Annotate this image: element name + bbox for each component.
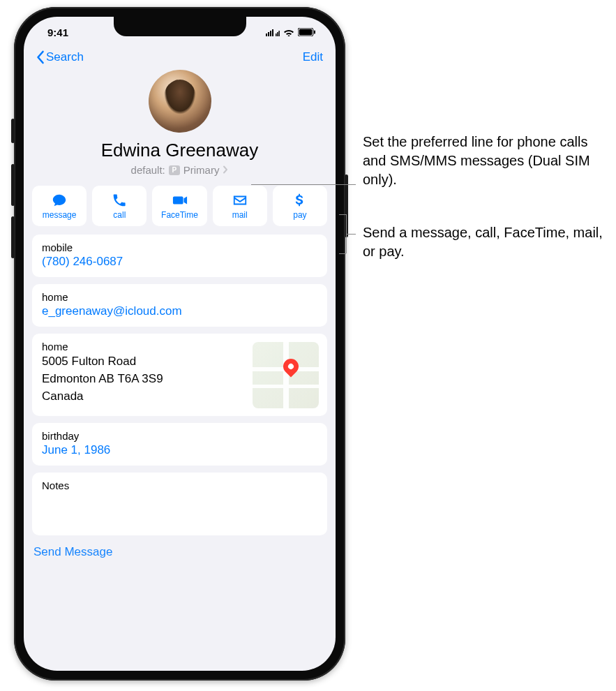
birthday-card[interactable]: birthday June 1, 1986 [32,423,327,466]
action-label: mail [232,210,248,220]
annotation-bracket [339,214,346,215]
annotation-sim: Set the preferred line for phone calls a… [363,133,607,189]
send-message-link[interactable]: Send Message [24,535,336,559]
svg-rect-9 [314,30,315,34]
back-label: Search [46,50,84,64]
message-icon [52,193,67,208]
map-pin-icon [280,355,301,377]
action-label: pay [293,210,306,220]
sim-name: Primary [183,164,220,176]
map-thumbnail[interactable] [253,342,319,408]
notes-card[interactable]: Notes [32,473,327,535]
annotation-actions: Send a message, call, FaceTime, mail, or… [363,223,607,261]
phone-frame: 9:41 Search Edit Edwina [14,7,345,681]
annotation-line [346,234,356,235]
annotation-line [251,184,356,185]
sim-badge-icon: P [169,165,180,175]
video-icon [172,193,188,208]
svg-rect-2 [270,31,271,36]
battery-icon [298,27,316,38]
notes-label: Notes [42,480,317,491]
email-label: home [42,291,317,303]
action-label: call [113,210,126,220]
silent-switch [11,119,15,143]
phone-label: mobile [42,242,317,253]
screen: 9:41 Search Edit Edwina [24,17,336,671]
annotation-bracket [339,253,346,254]
birthday-value: June 1, 1986 [42,443,317,457]
email-value[interactable]: e_greenaway@icloud.com [42,304,317,318]
phone-icon [112,193,127,208]
email-card[interactable]: home e_greenaway@icloud.com [32,284,327,327]
dollar-icon [292,193,308,208]
chevron-right-icon [223,164,228,176]
status-time: 9:41 [47,27,68,38]
action-pay[interactable]: pay [273,186,327,226]
notch [114,17,246,36]
action-facetime[interactable]: FaceTime [152,186,206,226]
svg-rect-5 [277,32,278,36]
dual-sim-signal-icon [266,27,280,38]
edit-button[interactable]: Edit [303,50,323,64]
action-mail[interactable]: mail [213,186,267,226]
phone-value[interactable]: (780) 246-0687 [42,255,317,269]
svg-rect-4 [276,34,277,36]
default-sim-row[interactable]: default: P Primary [24,164,336,176]
back-button[interactable]: Search [36,50,84,64]
chevron-left-icon [36,50,45,64]
contact-avatar[interactable] [149,70,211,133]
svg-rect-3 [272,29,273,36]
address-card[interactable]: home 5005 Fulton Road Edmonton AB T6A 3S… [32,334,327,416]
contact-name: Edwina Greenaway [24,140,336,161]
birthday-label: birthday [42,430,317,442]
action-message[interactable]: message [32,186,87,226]
default-label: default: [131,164,165,176]
svg-rect-0 [266,34,267,36]
nav-bar: Search Edit [24,47,336,68]
svg-rect-6 [278,31,280,36]
volume-up-button [11,164,15,206]
svg-rect-8 [299,29,313,35]
action-label: message [43,210,77,220]
mail-icon [232,193,248,208]
volume-down-button [11,216,15,258]
wifi-icon [283,27,294,38]
svg-rect-1 [268,32,269,36]
action-label: FaceTime [161,210,198,220]
action-call[interactable]: call [92,186,147,226]
phone-card[interactable]: mobile (780) 246-0687 [32,235,327,277]
